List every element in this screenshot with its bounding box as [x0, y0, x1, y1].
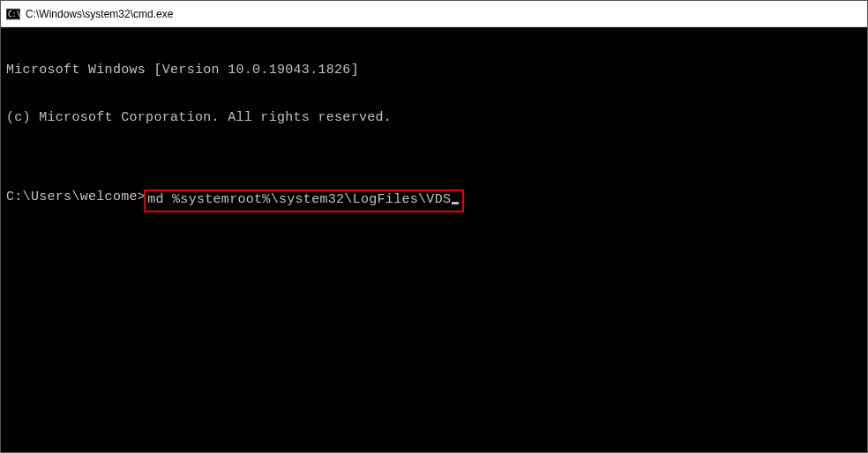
command-text: md %systemroot%\system32\LogFiles\VDS — [147, 192, 451, 207]
copyright-line: (c) Microsoft Corporation. All rights re… — [6, 110, 862, 126]
cmd-icon: C:\ — [6, 7, 20, 21]
svg-text:C:\: C:\ — [8, 11, 20, 19]
cursor — [452, 202, 459, 204]
prompt-line: C:\Users\welcome>md %systemroot%\system3… — [6, 189, 862, 212]
prompt-text: C:\Users\welcome> — [6, 189, 146, 205]
version-line: Microsoft Windows [Version 10.0.19043.18… — [6, 63, 862, 78]
terminal-area[interactable]: Microsoft Windows [Version 10.0.19043.18… — [1, 27, 867, 452]
command-highlight: md %systemroot%\system32\LogFiles\VDS — [144, 189, 464, 212]
titlebar[interactable]: C:\ C:\Windows\system32\cmd.exe — [1, 1, 867, 27]
cmd-window: C:\ C:\Windows\system32\cmd.exe Microsof… — [0, 0, 868, 453]
titlebar-text: C:\Windows\system32\cmd.exe — [26, 8, 173, 20]
